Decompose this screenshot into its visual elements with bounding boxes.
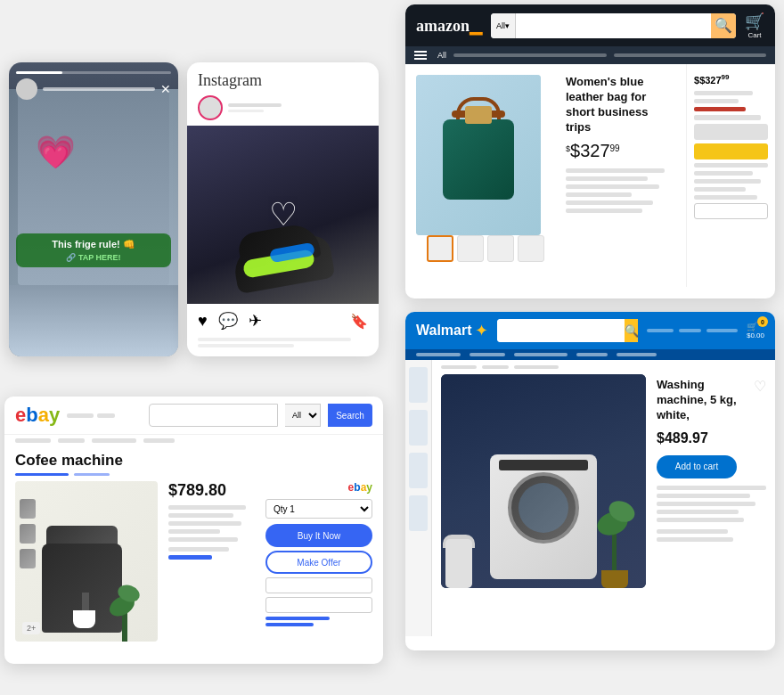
instagram-like-button[interactable]: ♥: [198, 312, 208, 331]
ebay-right-panel: ebay Qty 1 Buy It Now Make Offer: [265, 481, 372, 642]
amazon-sidebar-placeholder1: [694, 124, 768, 140]
walmart-sidebar-item3[interactable]: [409, 453, 428, 488]
amazon-sidebar: $$32799: [686, 64, 775, 287]
ebay-body: 2+ $789.80 ebay Qty 1 Buy It Now Make Of…: [4, 481, 383, 642]
instagram-card: Instagram ♡ ♥ 💬 ✈ 🔖: [187, 62, 379, 356]
amazon-nav-items: [453, 53, 607, 57]
walmart-plant-illustration: [592, 481, 646, 588]
walmart-logo-text: Walmart: [416, 323, 472, 339]
story-cta-text[interactable]: 🔗 TAP HERE!: [66, 253, 120, 262]
plant-illustration: [104, 570, 149, 642]
ebay-link2: [265, 623, 314, 626]
ebay-quantity-select[interactable]: Qty 1: [265, 499, 372, 519]
ebay-make-offer-button[interactable]: Make Offer: [265, 551, 372, 574]
ebay-meta-bar: [4, 435, 383, 446]
amazon-header: amazon▁ All ▾ 🔍 🛒 Cart: [405, 4, 775, 46]
ebay-count-badge: 2+: [22, 622, 40, 634]
kitchen-counter: [9, 285, 178, 356]
story-progress-bar: [16, 71, 171, 74]
amazon-add-to-cart-btn[interactable]: [694, 143, 768, 159]
walmart-product-area: ♡ Washing machine, 5 kg, white, $489.97 …: [432, 374, 775, 636]
story-top-bar: ✕: [16, 78, 171, 100]
walmart-sub-nav-item2[interactable]: [470, 353, 505, 356]
walmart-spark-icon: ✦: [475, 321, 488, 340]
instagram-avatar: [198, 95, 223, 120]
toilet-illustration: [441, 517, 477, 588]
amazon-thumbnail-row: [416, 235, 555, 269]
amazon-thumb-4[interactable]: [518, 235, 544, 262]
ebay-subtitle-lines: [4, 473, 383, 476]
amazon-all-nav[interactable]: All: [437, 51, 446, 60]
walmart-search-button[interactable]: 🔍: [625, 319, 638, 342]
amazon-sidebar-price: $$32799: [694, 73, 768, 86]
amazon-nav-item2: [614, 53, 767, 57]
walmart-breadcrumb: [432, 360, 775, 374]
amazon-product-info: Women's blue leather bag for short busin…: [566, 75, 675, 276]
walmart-search-bar: 🔍: [497, 319, 638, 342]
walmart-card: Walmart ✦ 🔍 0 🛒 $0.00: [405, 312, 775, 650]
ebay-product-info: $789.80: [168, 481, 255, 642]
instagram-share-button[interactable]: ✈: [249, 311, 262, 331]
amazon-thumb-2[interactable]: [457, 235, 484, 262]
ebay-buy-now-button[interactable]: Buy It Now: [265, 524, 372, 547]
instagram-post-header: [187, 95, 379, 126]
story-close-button[interactable]: ✕: [160, 82, 171, 96]
amazon-info-lines: [566, 168, 675, 213]
walmart-sidebar-item2[interactable]: [409, 410, 428, 446]
amazon-category-select[interactable]: All ▾: [491, 13, 516, 38]
ebay-card: ebay All Search Cofee machine: [4, 397, 383, 664]
walmart-search-input[interactable]: [497, 319, 625, 342]
amazon-search-bar: All ▾ 🔍: [491, 13, 736, 38]
walmart-price: $489.97: [657, 430, 766, 446]
amazon-search-input[interactable]: [516, 13, 711, 38]
amazon-product-section: Women's blue leather bag for short busin…: [405, 64, 686, 287]
ebay-logo: ebay: [15, 404, 60, 427]
amazon-body: Women's blue leather bag for short busin…: [405, 64, 775, 287]
walmart-sub-nav: [405, 349, 775, 360]
walmart-cart[interactable]: 0 🛒 $0.00: [747, 322, 764, 339]
amazon-product-image: [416, 75, 541, 235]
story-main-text: This frige rule! 👊: [23, 239, 164, 250]
instagram-caption-line2: [198, 344, 294, 348]
ebay-price: $789.80: [168, 481, 255, 500]
walmart-sub-nav-item4[interactable]: [576, 353, 608, 356]
ebay-search-input[interactable]: [149, 404, 278, 427]
amazon-menu-icon[interactable]: [414, 51, 427, 60]
instagram-bookmark-button[interactable]: 🔖: [350, 313, 368, 330]
walmart-nav-items: [647, 329, 738, 332]
ebay-action-btn1: [265, 577, 372, 593]
walmart-cart-badge: 0: [757, 316, 768, 327]
amazon-logo: amazon▁: [416, 16, 482, 36]
story-heart-sticker: 💗: [36, 134, 76, 171]
instagram-comment-button[interactable]: 💬: [218, 311, 238, 331]
instagram-post-image: ♡: [187, 126, 379, 304]
instagram-caption-line1: [198, 338, 351, 341]
walmart-sub-nav-item5[interactable]: [617, 353, 657, 356]
instagram-header: Instagram: [187, 62, 379, 95]
walmart-product-info: ♡ Washing machine, 5 kg, white, $489.97 …: [657, 374, 766, 636]
instagram-timestamp-line: [228, 110, 264, 112]
ebay-category-select[interactable]: All: [285, 404, 321, 427]
amazon-sidebar-outline-btn[interactable]: [694, 203, 768, 219]
walmart-header: Walmart ✦ 🔍 0 🛒 $0.00: [405, 312, 775, 349]
walmart-sub-nav-item3[interactable]: [514, 353, 568, 356]
ebay-link1: [265, 617, 330, 620]
story-avatar: [16, 78, 37, 100]
amazon-thumb-3[interactable]: [487, 235, 514, 262]
walmart-add-to-cart-button[interactable]: Add to cart: [657, 455, 737, 478]
story-cta[interactable]: 🔗 TAP HERE!: [23, 253, 164, 262]
amazon-thumb-1[interactable]: [427, 235, 453, 262]
walmart-product-image: [441, 374, 646, 588]
story-username: [43, 87, 155, 91]
amazon-nav: All: [405, 46, 775, 64]
walmart-wishlist-button[interactable]: ♡: [754, 378, 766, 395]
amazon-search-button[interactable]: 🔍: [711, 13, 736, 38]
ebay-product-image: 2+: [15, 481, 158, 642]
walmart-sidebar-item1[interactable]: [409, 367, 428, 403]
walmart-sub-nav-item1[interactable]: [416, 353, 461, 356]
story-text-overlay: This frige rule! 👊 🔗 TAP HERE!: [16, 233, 171, 267]
walmart-main-content: ♡ Washing machine, 5 kg, white, $489.97 …: [432, 360, 775, 636]
amazon-cart[interactable]: 🛒 Cart: [745, 12, 764, 39]
ebay-search-button[interactable]: Search: [328, 404, 372, 427]
walmart-sidebar-item4[interactable]: [409, 495, 428, 531]
